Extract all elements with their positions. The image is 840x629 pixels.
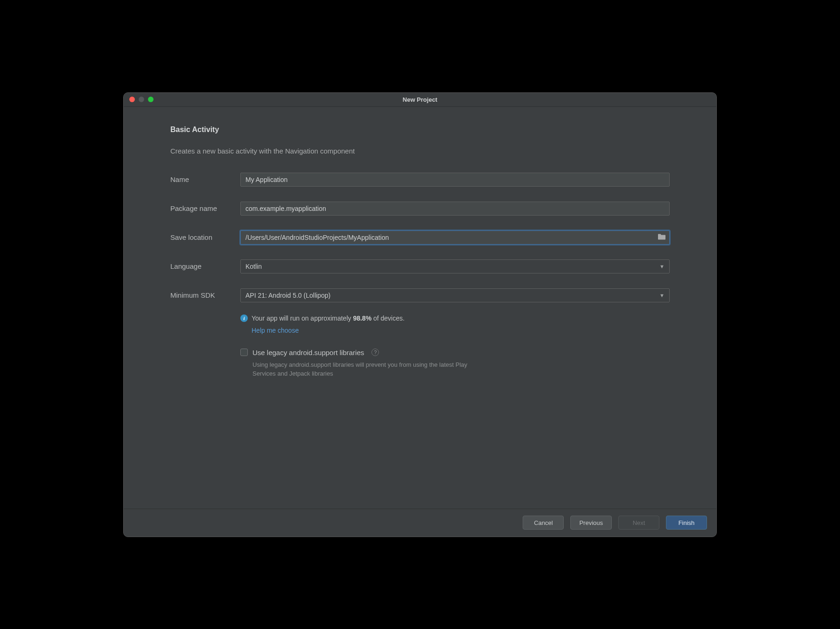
previous-button[interactable]: Previous [570, 516, 612, 530]
minimum-sdk-select[interactable]: API 21: Android 5.0 (Lollipop) ▼ [240, 288, 670, 302]
cancel-button[interactable]: Cancel [523, 516, 564, 530]
label-language: Language [170, 262, 240, 270]
legacy-block: Use legacy android.support libraries ? U… [240, 349, 670, 378]
chevron-down-icon: ▼ [659, 293, 665, 298]
label-minsdk: Minimum SDK [170, 291, 240, 299]
use-legacy-help-text: Using legacy android.support libraries w… [252, 360, 486, 378]
sdk-info-percent: 98.8% [353, 314, 371, 322]
sdk-info-block: i Your app will run on approximately 98.… [240, 314, 670, 335]
new-project-dialog: New Project Basic Activity Creates a new… [123, 92, 717, 537]
language-select[interactable]: Kotlin ▼ [240, 259, 670, 273]
next-button: Next [618, 516, 659, 530]
label-package: Package name [170, 204, 240, 212]
dialog-content: Basic Activity Creates a new basic activ… [124, 107, 716, 509]
chevron-down-icon: ▼ [659, 264, 665, 269]
help-icon[interactable]: ? [371, 349, 379, 356]
help-me-choose-link[interactable]: Help me choose [252, 327, 299, 334]
language-select-value: Kotlin [245, 263, 262, 270]
row-package: Package name [170, 202, 670, 216]
sdk-info-suffix: of devices. [371, 314, 405, 322]
finish-button[interactable]: Finish [666, 516, 707, 530]
use-legacy-checkbox[interactable] [240, 349, 248, 356]
info-icon: i [240, 314, 248, 322]
row-language: Language Kotlin ▼ [170, 259, 670, 273]
minimize-window-button[interactable] [139, 97, 144, 102]
label-name: Name [170, 175, 240, 183]
window-controls [124, 97, 154, 102]
page-title: Basic Activity [170, 126, 670, 134]
use-legacy-label: Use legacy android.support libraries [252, 349, 364, 356]
sdk-info-prefix: Your app will run on approximately [252, 314, 353, 322]
dialog-footer: Cancel Previous Next Finish [124, 509, 716, 537]
save-location-input[interactable] [240, 231, 670, 245]
close-window-button[interactable] [129, 97, 135, 102]
titlebar: New Project [124, 93, 716, 107]
window-title: New Project [124, 96, 716, 103]
page-description: Creates a new basic activity with the Na… [170, 147, 670, 155]
browse-folder-icon[interactable] [658, 233, 666, 242]
name-input[interactable] [240, 173, 670, 187]
row-location: Save location [170, 231, 670, 245]
package-name-input[interactable] [240, 202, 670, 216]
sdk-info-line: i Your app will run on approximately 98.… [240, 314, 670, 322]
zoom-window-button[interactable] [148, 97, 154, 102]
row-name: Name [170, 173, 670, 187]
minimum-sdk-select-value: API 21: Android 5.0 (Lollipop) [245, 292, 330, 299]
row-minsdk: Minimum SDK API 21: Android 5.0 (Lollipo… [170, 288, 670, 302]
label-location: Save location [170, 233, 240, 241]
